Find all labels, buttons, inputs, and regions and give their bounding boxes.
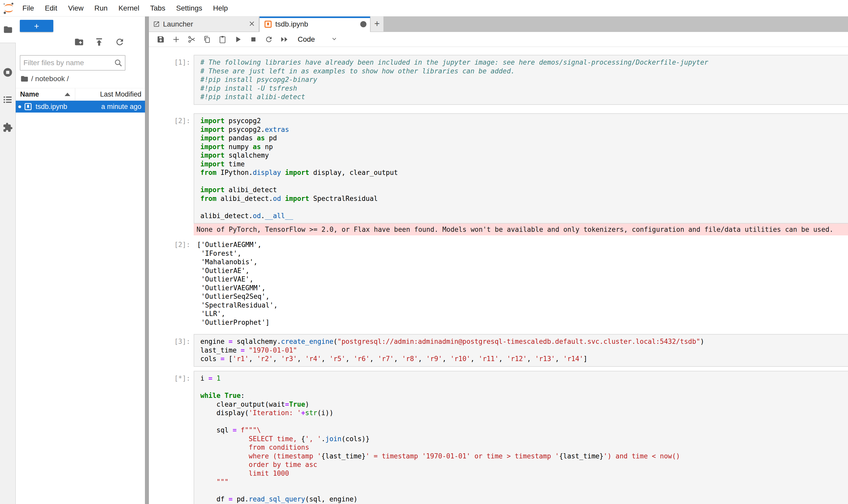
paste-cells-button[interactable] (215, 33, 230, 46)
breadcrumb[interactable]: / notebook / (20, 74, 69, 84)
cell-input-editor[interactable]: i = 1 while True: clear_output(wait=True… (194, 371, 848, 504)
filter-files-input[interactable] (23, 56, 111, 70)
stderr-output: None of PyTorch, TensorFlow >= 2.0, or F… (149, 223, 848, 235)
column-header-name[interactable]: Name (16, 90, 75, 98)
close-tab-button[interactable] (249, 20, 255, 28)
menu-item-file[interactable]: File (17, 4, 39, 12)
tab-launcher-label: Launcher (163, 20, 249, 28)
cell-prompt: [2]: (149, 240, 194, 249)
file-modified: a minute ago (101, 103, 145, 111)
stop-circle-icon (3, 67, 13, 77)
new-launcher-button[interactable]: + (20, 20, 53, 32)
cell-prompt: [2]: (149, 113, 194, 125)
upload-button[interactable] (94, 37, 105, 48)
jupyter-logo-icon (2, 2, 15, 15)
code-cell: [3]:engine = sqlalchemy.create_engine("p… (149, 334, 848, 367)
cell-prompt: [*]: (149, 371, 194, 382)
file-row-tsdb-ipynb[interactable]: tsdb.ipynb a minute ago (16, 101, 145, 112)
activity-bar (0, 17, 16, 504)
activity-bar-lower (0, 43, 16, 504)
file-list-header: Name Last Modified (16, 88, 145, 101)
restart-icon (265, 35, 273, 43)
notebook-cells-area: [1]:# The following libraries have alrea… (149, 47, 848, 504)
cell-prompt: [3]: (149, 334, 194, 345)
filter-files-box (20, 55, 125, 71)
paste-icon (218, 35, 227, 43)
cell-type-select[interactable]: Code (298, 35, 315, 43)
launcher-icon (153, 21, 160, 28)
home-folder-icon (20, 75, 29, 83)
code-cell: [1]:# The following libraries have alrea… (149, 55, 848, 105)
save-button[interactable] (153, 33, 168, 46)
copy-icon (203, 35, 211, 43)
notebook-icon (264, 20, 272, 28)
sidebar-item-running-sessions[interactable] (0, 67, 15, 77)
file-browser-panel: + (16, 17, 145, 504)
menu-item-list: FileEditViewRunKernelTabsSettingsHelp (17, 0, 233, 17)
stop-icon (249, 35, 257, 43)
tab-tsdb-label: tsdb.ipynb (275, 20, 360, 28)
fast-forward-icon (280, 35, 288, 43)
search-icon (113, 58, 123, 68)
sidebar-item-table-of-contents[interactable] (0, 94, 15, 105)
column-header-last-modified[interactable]: Last Modified (75, 88, 145, 101)
close-icon (249, 20, 255, 27)
puzzle-icon (3, 122, 13, 133)
jupyterlab-window: FileEditViewRunKernelTabsSettingsHelp (0, 0, 848, 504)
menu-item-edit[interactable]: Edit (39, 4, 62, 12)
code-cell: [2]:import psycopg2import psycopg2.extra… (149, 113, 848, 223)
notebook-toolbar: Code (149, 32, 848, 47)
running-kernel-dot-icon (18, 105, 21, 108)
cell-input-editor[interactable]: engine = sqlalchemy.create_engine("postg… (194, 334, 848, 367)
cut-cells-button[interactable] (184, 33, 199, 46)
code-cell: [*]:i = 1 while True: clear_output(wait=… (149, 371, 848, 504)
cell-input-editor[interactable]: # The following libraries have already b… (194, 55, 848, 105)
list-icon (3, 94, 13, 105)
cell-input-editor[interactable]: import psycopg2import psycopg2.extrasimp… (194, 113, 848, 223)
interrupt-kernel-button[interactable] (246, 33, 261, 46)
menu-item-view[interactable]: View (62, 4, 89, 12)
restart-kernel-button[interactable] (261, 33, 276, 46)
tab-launcher[interactable]: Launcher (149, 17, 259, 32)
cell-prompt: [1]: (149, 55, 194, 66)
save-icon (157, 35, 165, 43)
play-icon (234, 35, 242, 43)
run-cell-button[interactable] (230, 33, 246, 46)
copy-cells-button[interactable] (199, 33, 215, 46)
file-name: tsdb.ipynb (36, 103, 101, 111)
main-area: Launcher tsdb.ipynb + (149, 17, 848, 504)
execute-result-output: [2]:['OutlierAEGMM', 'IForest', 'Mahalan… (149, 240, 848, 327)
new-tab-button[interactable]: + (371, 17, 383, 32)
panel-splitter-handle[interactable] (145, 17, 149, 504)
menu-item-run[interactable]: Run (89, 4, 113, 12)
sidebar-item-file-browser[interactable] (0, 17, 16, 43)
tab-tsdb-ipynb[interactable]: tsdb.ipynb (259, 17, 370, 32)
scissors-icon (187, 35, 196, 43)
restart-run-all-button[interactable] (276, 33, 292, 46)
upload-icon (94, 37, 104, 47)
tab-bar: Launcher tsdb.ipynb + (149, 17, 848, 32)
menu-item-kernel[interactable]: Kernel (113, 4, 145, 12)
sidebar-item-extensions[interactable] (0, 122, 15, 133)
breadcrumb-path: / notebook / (31, 75, 69, 83)
folder-icon (3, 25, 13, 35)
plus-icon (172, 35, 180, 43)
new-folder-icon (74, 37, 84, 47)
unsaved-changes-dot-icon[interactable] (360, 21, 366, 27)
cell-prompt (149, 223, 194, 227)
menu-bar: FileEditViewRunKernelTabsSettingsHelp (0, 0, 848, 17)
sort-ascending-icon (65, 93, 70, 96)
output-text: ['OutlierAEGMM', 'IForest', 'Mahalanobis… (194, 240, 848, 327)
menu-item-help[interactable]: Help (208, 4, 233, 12)
new-folder-button[interactable] (74, 37, 85, 48)
chevron-down-icon[interactable] (331, 36, 338, 43)
refresh-icon (115, 37, 125, 47)
notebook-file-icon (24, 103, 32, 111)
add-cell-button[interactable] (168, 33, 184, 46)
menu-item-tabs[interactable]: Tabs (145, 4, 171, 12)
menu-item-settings[interactable]: Settings (171, 4, 208, 12)
stderr-message: None of PyTorch, TensorFlow >= 2.0, or F… (194, 223, 848, 235)
refresh-files-button[interactable] (115, 37, 125, 48)
